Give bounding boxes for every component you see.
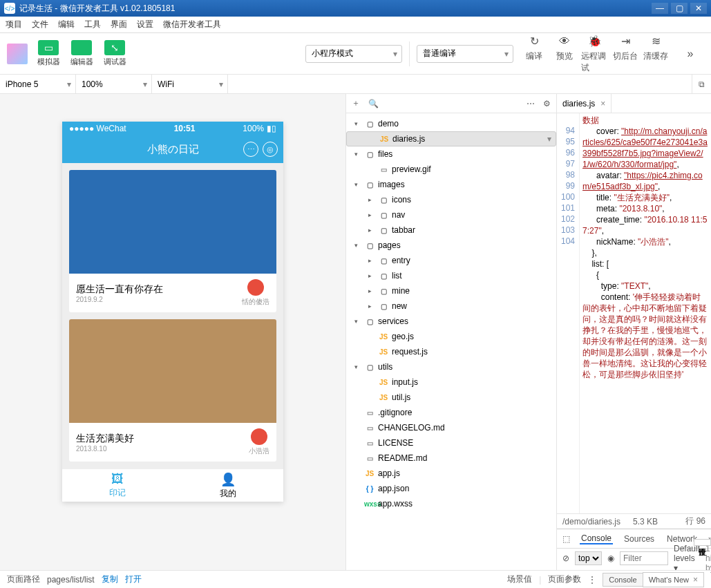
tab-close-icon[interactable]: × [600,99,605,108]
diary-card[interactable]: 愿生活一直有你存在2019.9.2恬的傻浩 [69,170,276,312]
drawer-tab-Console[interactable]: Console [603,573,643,587]
tree-node-mine[interactable]: ▸▢mine [346,283,556,298]
toolbar-btn-编辑器[interactable]: 编辑器 [68,40,95,67]
author-avatar [247,279,264,296]
copy-icon[interactable]: ⧉ [692,75,711,93]
toolbar-btn-调试器[interactable]: ⤡调试器 [101,40,129,67]
settings-icon[interactable]: ⚙ [543,99,551,108]
menu-编辑[interactable]: 编辑 [58,19,75,30]
search-icon[interactable]: 🔍 [368,99,379,108]
clear-console-icon[interactable]: ⊘ [562,553,569,563]
more-icon[interactable]: ⋯ [527,99,535,108]
tree-node-preview.gif[interactable]: ▭preview.gif [346,162,556,177]
tree-node-new[interactable]: ▸▢new [346,298,556,314]
menu-界面[interactable]: 界面 [111,19,127,30]
minimize-button[interactable]: ― [652,3,668,14]
tab-印记[interactable]: 🖼印记 [62,469,173,502]
tree-node-CHANGELOG.md[interactable]: ▭CHANGELOG.md [346,420,556,435]
tree-node-README.md[interactable]: ▭README.md [346,451,556,466]
battery-label: 100% [243,124,264,133]
tree-node-utils[interactable]: ▾▢utils [346,359,556,374]
tree-node-images[interactable]: ▾▢images [346,177,556,192]
menu-项目[interactable]: 项目 [6,19,22,30]
copy-link[interactable]: 复制 [102,573,118,585]
drawer-toggle-icon[interactable]: ⋮ [588,575,596,585]
menu-工具[interactable]: 工具 [84,19,101,30]
drawer-tabs: ConsoleWhat's New× [603,572,704,587]
tree-node-geo.js[interactable]: JSgeo.js [346,329,556,344]
tab-console[interactable]: Console [580,533,613,544]
tree-node-entry[interactable]: ▸▢entry [346,253,556,268]
tab-label: diaries.js [562,99,595,108]
author-avatar [251,428,267,445]
tree-node-LICENSE[interactable]: ▭LICENSE [346,435,556,451]
network-select[interactable]: WiFi [152,75,228,93]
user-avatar[interactable] [7,44,28,64]
code-editor[interactable]: 949596979899100101102103104 数据 cover: "h… [557,113,711,513]
tree-node-util.js[interactable]: JSutil.js [346,390,556,405]
close-button[interactable]: ✕ [690,3,707,14]
tree-node-app.wxss[interactable]: wxssapp.wxss [346,496,556,511]
tree-node-app.json[interactable]: { }app.json [346,481,556,496]
diary-card[interactable]: 生活充满美好2013.8.10小浩浩 [69,319,276,462]
app-body[interactable]: 愿生活一直有你存在2019.9.2恬的傻浩生活充满美好2013.8.10小浩浩 [62,163,283,468]
divider [409,41,410,66]
file-tree[interactable]: ▾▢demoJSdiaries.js▾▢files▭preview.gif▾▢i… [346,113,556,570]
levels-select[interactable]: Default levels ▾ [674,544,700,573]
sidebar-settings-tab[interactable]: 个性设置 [694,539,711,546]
device-select[interactable]: iPhone 5 [0,75,76,93]
phone-frame: ●●●●● WeChat 10:51 100% ▮▯ 小熊の日记 ⋯ ◎ 愿生活… [62,122,283,502]
inspect-icon[interactable]: ⬚ [562,534,570,544]
tool-清缓存[interactable]: ≋清缓存 [642,34,670,74]
tool-远程调试[interactable]: 🐞远程调试 [581,34,609,74]
header-more-icon[interactable]: ⋯ [243,142,258,157]
tree-node-nav[interactable]: ▸▢nav [346,207,556,222]
filter-input[interactable] [620,551,668,565]
tree-node-diaries.js[interactable]: JSdiaries.js [346,131,556,146]
tool-切后台[interactable]: ⇥切后台 [612,34,639,74]
tool-预览[interactable]: 👁预览 [551,34,578,74]
tree-node-app.js[interactable]: JSapp.js [346,466,556,481]
more-tools-icon[interactable]: » [676,46,704,61]
tree-node-pages[interactable]: ▾▢pages [346,238,556,253]
tree-node-.gitignore[interactable]: ▭.gitignore [346,405,556,420]
zoom-select[interactable]: 100% [76,75,152,93]
compile-select[interactable]: 普通编译 [417,45,513,63]
eye-icon[interactable]: ◉ [607,553,614,563]
file-path: /demo/diaries.js [562,517,620,527]
tree-node-list[interactable]: ▸▢list [346,268,556,283]
console-filter-bar: ⊘ top ◉ Default levels ▾ 1 item hidden b… [557,549,711,568]
tree-node-input.js[interactable]: JSinput.js [346,374,556,390]
scene-label[interactable]: 场景值 [507,573,532,585]
editor-tab-diaries[interactable]: diaries.js × [557,94,612,113]
menu-设置[interactable]: 设置 [137,19,153,30]
app-title: 小熊の日记 [147,143,199,156]
tree-node-tabbar[interactable]: ▸▢tabbar [346,222,556,238]
line-gutter: 949596979899100101102103104 [557,113,580,513]
menu-微信开发者工具[interactable]: 微信开发者工具 [163,19,221,30]
drawer-tab-What's New[interactable]: What's New× [643,572,704,587]
menu-文件[interactable]: 文件 [32,19,48,30]
path-label: 页面路径 [7,573,40,585]
tree-node-icons[interactable]: ▸▢icons [346,192,556,207]
toolbar-btn-模拟器[interactable]: ▭模拟器 [35,40,62,67]
maximize-button[interactable]: ▢ [671,3,688,14]
window-titlebar: </> 记录生活 - 微信开发者工具 v1.02.1805181 ― ▢ ✕ [0,0,711,17]
add-file-icon[interactable]: ＋ [352,97,360,109]
tree-node-services[interactable]: ▾▢services [346,314,556,329]
tree-node-files[interactable]: ▾▢files [346,146,556,162]
tree-node-request.js[interactable]: JSrequest.js [346,344,556,359]
tab-我的[interactable]: 👤我的 [173,469,283,502]
tool-编译[interactable]: ↻编译 [520,34,548,74]
battery-icon: ▮▯ [267,124,276,133]
params-label[interactable]: 页面参数 [548,573,581,585]
tree-node-demo[interactable]: ▾▢demo [346,116,556,131]
context-select[interactable]: top [575,551,602,565]
tab-close-icon[interactable]: × [693,575,698,585]
mode-select[interactable]: 小程序模式 [305,45,402,63]
simulator-panel: ●●●●● WeChat 10:51 100% ▮▯ 小熊の日记 ⋯ ◎ 愿生活… [0,94,345,570]
open-link[interactable]: 打开 [125,573,142,585]
code-source[interactable]: 数据 cover: "http://m.chanyouji.cn/article… [580,113,711,513]
header-target-icon[interactable]: ◎ [263,142,278,157]
tab-sources[interactable]: Sources [623,534,656,544]
